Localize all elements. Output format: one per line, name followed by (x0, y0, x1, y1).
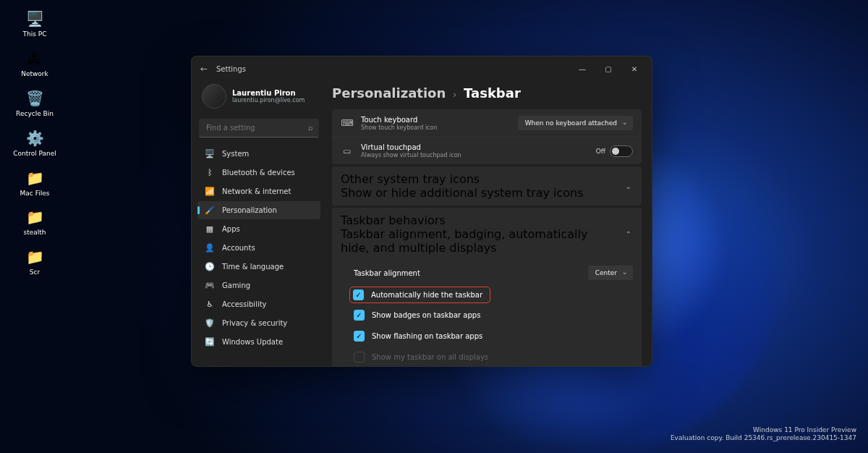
user-name: Laurentiu Piron (232, 89, 305, 97)
window-title: Settings (216, 65, 246, 73)
back-button[interactable]: ← (200, 64, 216, 74)
system-icon: 🖥️ (205, 149, 215, 158)
gear-icon: ⚙️ (25, 128, 45, 148)
auto-hide-checkbox[interactable]: ✓ (353, 289, 364, 300)
row-subtitle: Show touch keyboard icon (361, 124, 511, 131)
row-touch-keyboard[interactable]: ⌨ Touch keyboard Show touch keyboard ico… (332, 109, 642, 137)
toggle-label: Off (596, 148, 605, 155)
row-title: Taskbar behaviors (341, 213, 617, 227)
desktop-icon-mac-files[interactable]: 📁Mac Files (7, 168, 62, 198)
user-profile[interactable]: Laurentiu Piron laurentiu.piron@live.com (197, 81, 320, 114)
keyboard-icon: ⌨ (341, 118, 354, 128)
titlebar: ← Settings — ▢ ✕ (192, 56, 652, 81)
chevron-up-icon[interactable]: ⌃ (624, 230, 633, 238)
breadcrumb: Personalization › Taskbar (332, 81, 642, 109)
row-touch-keyboard-card: ⌨ Touch keyboard Show touch keyboard ico… (332, 109, 642, 164)
sidebar-item-personalization[interactable]: 🖌️Personalization (197, 201, 320, 219)
icon-label: Mac Files (20, 190, 50, 198)
sidebar-item-system[interactable]: 🖥️System (197, 145, 320, 163)
nav-label: Network & internet (222, 187, 291, 195)
nav-label: Bluetooth & devices (222, 169, 295, 177)
virtual-touchpad-toggle[interactable] (610, 145, 633, 157)
setting-label: Taskbar alignment (354, 269, 420, 277)
sidebar-item-network[interactable]: 📶Network & internet (197, 182, 320, 200)
nav-label: Accessibility (222, 300, 267, 308)
desktop-icon-recycle-bin[interactable]: 🗑️Recycle Bin (7, 88, 62, 118)
breadcrumb-parent[interactable]: Personalization (332, 85, 446, 101)
shield-icon: 🛡️ (205, 318, 215, 328)
minimize-button[interactable]: — (569, 58, 595, 80)
chevron-down-icon[interactable]: ⌄ (624, 182, 633, 190)
badges-checkbox[interactable]: ✓ (354, 310, 365, 321)
row-subtitle: Taskbar alignment, badging, automaticall… (341, 227, 617, 255)
sidebar-item-windows-update[interactable]: 🔄Windows Update (197, 333, 320, 351)
sidebar-item-bluetooth[interactable]: ᛒBluetooth & devices (197, 164, 320, 182)
trash-icon: 🗑️ (25, 88, 45, 109)
gaming-icon: 🎮 (205, 281, 215, 290)
setting-label: Show my taskbar on all displays (372, 353, 488, 361)
sidebar-item-apps[interactable]: ▦Apps (197, 220, 320, 238)
row-subtitle: Always show virtual touchpad icon (361, 152, 589, 158)
nav-label: Time & language (222, 263, 284, 271)
setting-label: Automatically hide the taskbar (371, 291, 482, 299)
sidebar-item-privacy[interactable]: 🛡️Privacy & security (197, 314, 320, 332)
nav-label: Privacy & security (222, 319, 287, 327)
nav-label: Windows Update (222, 338, 283, 346)
desktop-icon-scr[interactable]: 📁Scr (7, 247, 62, 276)
maximize-button[interactable]: ▢ (595, 58, 621, 80)
search-input[interactable] (199, 119, 319, 137)
icon-label: Network (21, 71, 48, 78)
flashing-checkbox[interactable]: ✓ (354, 331, 365, 342)
row-other-tray-icons-card: Other system tray icons Show or hide add… (332, 166, 642, 206)
nav-label: Gaming (222, 281, 250, 289)
watermark: Windows 11 Pro Insider Preview Evaluatio… (671, 426, 856, 443)
accessibility-icon: ♿ (205, 300, 215, 309)
update-icon: 🔄 (205, 337, 215, 347)
row-taskbar-behaviors-card: Taskbar behaviors Taskbar alignment, bad… (332, 208, 642, 366)
person-icon: 👤 (205, 243, 215, 253)
subrow-flashing[interactable]: ✓ Show flashing on taskbar apps (332, 326, 642, 347)
all-displays-checkbox (354, 352, 365, 363)
setting-label: Show flashing on taskbar apps (372, 332, 482, 340)
row-other-tray-icons[interactable]: Other system tray icons Show or hide add… (332, 166, 642, 206)
row-virtual-touchpad[interactable]: ▭ Virtual touchpad Always show virtual t… (332, 137, 642, 164)
content-area: Personalization › Taskbar ⌨ Touch keyboa… (326, 81, 652, 366)
desktop-icon-control-panel[interactable]: ⚙️Control Panel (7, 128, 62, 158)
chevron-right-icon: › (453, 90, 456, 100)
sidebar: Laurentiu Piron laurentiu.piron@live.com… (192, 81, 326, 366)
avatar (202, 84, 226, 109)
setting-label: Show badges on taskbar apps (372, 311, 480, 319)
brush-icon: 🖌️ (205, 206, 215, 215)
icon-label: This PC (23, 31, 47, 38)
subrow-taskbar-alignment: Taskbar alignment Center (332, 261, 642, 285)
desktop-icon-stealth[interactable]: 📁stealth (7, 207, 62, 237)
folder-icon: 📁 (25, 168, 45, 188)
pc-icon: 🖥️ (25, 9, 45, 29)
apps-icon: ▦ (205, 224, 215, 234)
desktop-icon-this-pc[interactable]: 🖥️This PC (7, 9, 62, 38)
watermark-line1: Windows 11 Pro Insider Preview (671, 426, 856, 435)
folder-icon: 📁 (25, 207, 45, 227)
touch-keyboard-dropdown[interactable]: When no keyboard attached (518, 116, 633, 130)
sidebar-item-accessibility[interactable]: ♿Accessibility (197, 295, 320, 313)
search-icon[interactable]: ⌕ (308, 123, 313, 132)
sidebar-item-gaming[interactable]: 🎮Gaming (197, 276, 320, 295)
nav-label: Accounts (222, 244, 255, 252)
network-icon: 🖧 (25, 48, 45, 69)
nav-label: Personalization (222, 206, 277, 214)
desktop-icon-network[interactable]: 🖧Network (7, 48, 62, 78)
subrow-badges[interactable]: ✓ Show badges on taskbar apps (332, 305, 642, 326)
row-taskbar-behaviors[interactable]: Taskbar behaviors Taskbar alignment, bad… (332, 208, 642, 261)
row-subtitle: Show or hide additional system tray icon… (341, 186, 617, 200)
folder-icon: 📁 (25, 247, 45, 267)
close-button[interactable]: ✕ (621, 58, 647, 80)
nav-label: System (222, 150, 249, 158)
user-email: laurentiu.piron@live.com (232, 97, 305, 103)
subrow-auto-hide[interactable]: ✓ Automatically hide the taskbar (349, 287, 490, 303)
sidebar-item-time-language[interactable]: 🕒Time & language (197, 258, 320, 276)
icon-label: stealth (23, 229, 46, 237)
sidebar-item-accounts[interactable]: 👤Accounts (197, 239, 320, 257)
settings-window: ← Settings — ▢ ✕ Laurentiu Piron laurent… (191, 56, 652, 367)
alignment-dropdown[interactable]: Center (588, 266, 633, 280)
search-box: ⌕ (199, 119, 319, 137)
